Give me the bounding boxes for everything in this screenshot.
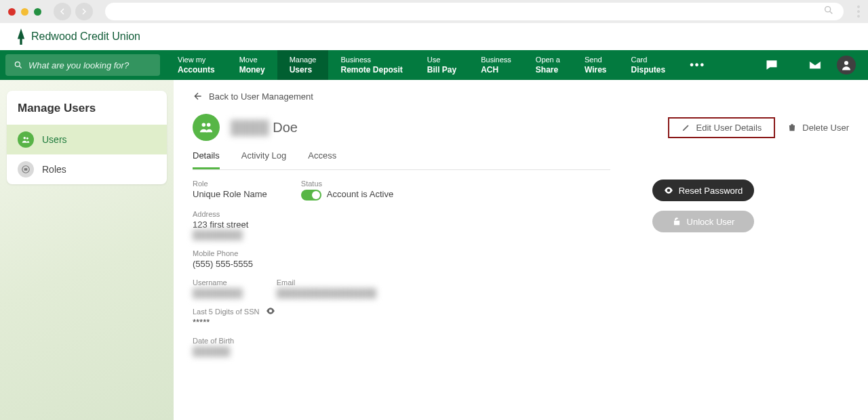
username-value: ████████ xyxy=(193,288,243,298)
nav-ach[interactable]: BusinessACH xyxy=(469,50,524,80)
status-toggle[interactable] xyxy=(301,190,321,201)
eye-icon xyxy=(664,186,673,195)
sidebar-item-label: Roles xyxy=(42,164,66,175)
close-window-icon[interactable] xyxy=(8,8,16,16)
address-line2: ████████ xyxy=(193,230,464,240)
nav-more-icon[interactable]: ••• xyxy=(677,50,717,80)
address-line1: 123 first street xyxy=(193,219,464,230)
dob-label: Date of Birth xyxy=(193,337,464,345)
nav-bill-pay[interactable]: UseBill Pay xyxy=(415,50,469,80)
ssn-value: ***** xyxy=(193,317,464,327)
browser-menu-icon[interactable] xyxy=(857,5,860,18)
roles-icon xyxy=(18,161,34,177)
ssn-label: Last 5 Digits of SSN xyxy=(193,308,464,316)
search-icon xyxy=(823,5,834,18)
user-tabs: Details Activity Log Access xyxy=(193,150,610,170)
chat-icon[interactable] xyxy=(750,50,793,80)
role-label: Role xyxy=(193,180,267,188)
maximize-window-icon[interactable] xyxy=(34,8,41,16)
users-icon xyxy=(18,131,34,148)
unlock-user-button[interactable]: Unlock User xyxy=(652,211,754,232)
svg-line-3 xyxy=(20,66,22,68)
brand-logo[interactable]: Redwood Credit Union xyxy=(15,28,140,45)
nav-wires[interactable]: SendWires xyxy=(572,50,619,80)
svg-point-5 xyxy=(24,137,26,140)
user-avatar-icon xyxy=(193,114,220,141)
window-controls xyxy=(8,8,41,16)
delete-user-button[interactable]: Delete User xyxy=(787,123,849,133)
username-label: Username xyxy=(193,278,243,287)
brand-name: Redwood Credit Union xyxy=(31,30,140,43)
nav-remote-deposit[interactable]: BusinessRemote Deposit xyxy=(328,50,414,80)
eye-icon[interactable] xyxy=(266,308,275,316)
minimize-window-icon[interactable] xyxy=(21,8,28,16)
forward-nav-icon[interactable] xyxy=(75,3,93,20)
back-nav-icon[interactable] xyxy=(54,3,71,20)
dob-value: ██████ xyxy=(193,346,464,356)
brand-bar: Redwood Credit Union xyxy=(0,23,868,50)
role-value: Unique Role Name xyxy=(193,189,267,199)
status-label: Status xyxy=(301,180,393,188)
edit-user-button[interactable]: Edit User Details xyxy=(668,117,776,138)
main-content: Back to User Management ████ Doe Edit Us… xyxy=(174,80,868,420)
email-label: Email xyxy=(277,278,376,287)
nav-manage-users[interactable]: ManageUsers xyxy=(277,50,329,80)
arrow-left-icon xyxy=(193,91,203,102)
address-bar[interactable] xyxy=(105,3,844,20)
mail-icon[interactable] xyxy=(793,50,837,80)
tab-details[interactable]: Details xyxy=(193,150,220,169)
svg-rect-8 xyxy=(24,168,28,171)
back-link[interactable]: Back to User Management xyxy=(193,91,849,102)
svg-point-4 xyxy=(844,61,848,65)
search-icon xyxy=(14,60,23,70)
tab-access[interactable]: Access xyxy=(308,150,336,169)
unlock-icon xyxy=(672,217,682,226)
sidebar-title: Manage Users xyxy=(7,91,167,125)
reset-password-button[interactable]: Reset Password xyxy=(652,180,754,201)
sidebar: Manage Users Users Roles xyxy=(0,80,174,420)
email-value: ████████████████ xyxy=(277,288,376,298)
sidebar-item-users[interactable]: Users xyxy=(7,125,167,154)
sidebar-item-roles[interactable]: Roles xyxy=(7,154,167,184)
mobile-label: Mobile Phone xyxy=(193,249,464,257)
svg-point-9 xyxy=(202,123,206,127)
user-name: ████ Doe xyxy=(231,120,298,135)
nav-move-money[interactable]: MoveMoney xyxy=(227,50,277,80)
tab-activity-log[interactable]: Activity Log xyxy=(241,150,286,169)
svg-point-10 xyxy=(207,123,211,127)
mobile-value: (555) 555-5555 xyxy=(193,259,464,269)
svg-point-0 xyxy=(825,7,831,12)
svg-point-6 xyxy=(26,138,28,140)
nav-open-share[interactable]: Open aShare xyxy=(524,50,572,80)
sidebar-item-label: Users xyxy=(42,134,67,145)
profile-avatar-icon[interactable] xyxy=(837,56,856,75)
nav-card-disputes[interactable]: CardDisputes xyxy=(619,50,678,80)
trash-icon xyxy=(787,123,797,132)
pencil-icon xyxy=(682,123,691,132)
status-value: Account is Active xyxy=(301,189,393,201)
address-label: Address xyxy=(193,210,464,218)
browser-chrome xyxy=(0,0,868,23)
nav-accounts[interactable]: View myAccounts xyxy=(165,50,227,80)
svg-line-1 xyxy=(830,12,832,14)
site-search-input[interactable]: What are you looking for? xyxy=(5,54,160,76)
primary-nav: What are you looking for? View myAccount… xyxy=(0,50,868,80)
svg-point-2 xyxy=(15,62,20,66)
site-search-placeholder: What are you looking for? xyxy=(28,60,129,70)
